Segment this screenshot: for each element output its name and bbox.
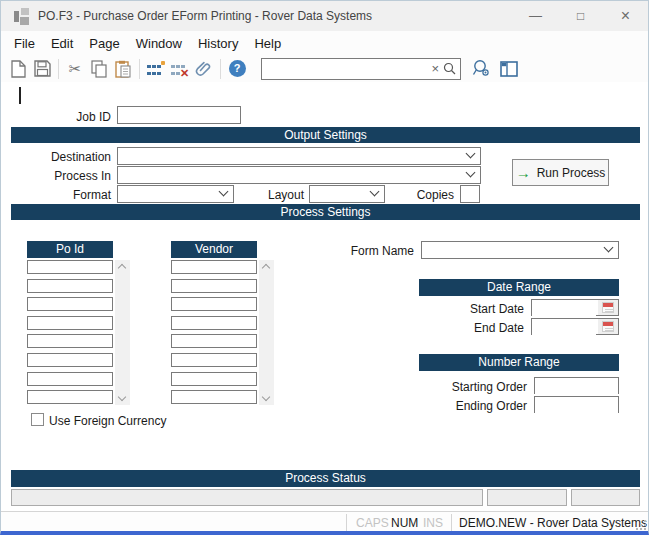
vendor-row-input[interactable] xyxy=(171,334,257,348)
scroll-down-icon[interactable] xyxy=(262,393,270,401)
start-date-field xyxy=(531,299,619,316)
vendor-row-input[interactable] xyxy=(171,353,257,367)
process-in-dropdown[interactable] xyxy=(117,166,481,184)
output-settings-header: Output Settings xyxy=(11,127,640,143)
copies-input[interactable] xyxy=(461,188,479,204)
minimize-button[interactable]: — xyxy=(513,1,558,31)
text-caret xyxy=(19,87,21,104)
copies-label: Copies xyxy=(417,188,454,202)
caps-lock-indicator: CAPS xyxy=(356,516,389,530)
format-dropdown[interactable] xyxy=(117,185,234,203)
window-title: PO.F3 - Purchase Order EForm Printing - … xyxy=(38,9,372,23)
vendor-row-input[interactable] xyxy=(171,390,257,404)
run-arrow-icon: → xyxy=(516,164,531,181)
save-icon[interactable] xyxy=(30,58,54,80)
format-label: Format xyxy=(73,188,111,202)
chevron-down-icon xyxy=(466,168,476,178)
vendor-row-input[interactable] xyxy=(171,279,257,293)
toolbar-separator xyxy=(139,59,140,79)
layout-table-icon[interactable] xyxy=(497,58,521,80)
process-status-field xyxy=(571,489,640,506)
paste-icon[interactable] xyxy=(111,58,135,80)
vendor-column-header: Vendor xyxy=(171,241,257,258)
starting-order-input[interactable] xyxy=(535,381,618,396)
vendor-row-input[interactable] xyxy=(171,297,257,311)
end-date-calendar-button[interactable] xyxy=(598,319,618,334)
toolbar-separator xyxy=(58,59,59,79)
menu-history[interactable]: History xyxy=(197,34,239,53)
help-icon[interactable]: ? xyxy=(225,58,249,80)
po-id-row-input[interactable] xyxy=(27,279,113,293)
menu-bar: File Edit Page Window History Help xyxy=(1,31,648,55)
cut-icon[interactable]: ✂ xyxy=(63,58,87,80)
po-id-row-input[interactable] xyxy=(27,316,113,330)
scroll-down-icon[interactable] xyxy=(118,393,126,401)
search-clear-icon[interactable]: × xyxy=(427,61,443,76)
toolbar-separator xyxy=(220,59,221,79)
po-id-list xyxy=(27,260,113,404)
status-bar: CAPS NUM INS DEMO.NEW - Rover Data Syste… xyxy=(1,511,648,532)
vendor-row-input[interactable] xyxy=(171,372,257,386)
po-id-row-input[interactable] xyxy=(27,353,113,367)
run-process-button[interactable]: → Run Process xyxy=(512,159,609,186)
menu-window[interactable]: Window xyxy=(135,34,183,53)
vendor-scrollbar[interactable] xyxy=(259,260,274,405)
toolbar-search: × xyxy=(261,58,461,80)
form-area: Job ID Output Settings Destination Proce… xyxy=(1,82,648,511)
search-input[interactable] xyxy=(262,60,427,78)
lookup-icon[interactable] xyxy=(469,58,493,80)
po-id-scrollbar[interactable] xyxy=(115,260,130,405)
po-id-row-input[interactable] xyxy=(27,334,113,348)
resize-grip[interactable] xyxy=(636,520,646,530)
insert-mode-indicator: INS xyxy=(423,516,443,530)
po-id-row-input[interactable] xyxy=(27,297,113,311)
copy-icon[interactable] xyxy=(87,58,111,80)
po-id-row-input[interactable] xyxy=(27,372,113,386)
process-in-label: Process In xyxy=(54,169,111,183)
date-range-header: Date Range xyxy=(419,279,619,296)
job-id-field xyxy=(117,106,241,124)
start-date-label: Start Date xyxy=(470,302,524,316)
copies-field xyxy=(460,185,480,203)
start-date-input[interactable] xyxy=(532,303,596,318)
layout-label: Layout xyxy=(268,188,304,202)
form-name-label: Form Name xyxy=(351,244,414,258)
po-id-row-input[interactable] xyxy=(27,390,113,404)
num-lock-indicator: NUM xyxy=(391,516,418,530)
po-id-row-input[interactable] xyxy=(27,260,113,274)
session-label: DEMO.NEW - Rover Data Systems xyxy=(459,516,647,530)
form-name-dropdown[interactable] xyxy=(421,241,619,259)
destination-dropdown[interactable] xyxy=(117,147,481,165)
insert-rows-icon[interactable] xyxy=(144,58,168,80)
calendar-icon xyxy=(602,302,614,313)
ending-order-input[interactable] xyxy=(535,400,618,415)
end-date-field xyxy=(531,318,619,335)
job-id-input[interactable] xyxy=(118,109,240,125)
end-date-label: End Date xyxy=(474,321,524,335)
menu-page[interactable]: Page xyxy=(88,34,120,53)
maximize-button[interactable]: □ xyxy=(558,1,603,31)
statusbar-separator xyxy=(346,514,347,531)
statusbar-separator xyxy=(451,514,452,531)
end-date-input[interactable] xyxy=(532,322,596,337)
process-status-field xyxy=(11,489,483,506)
vendor-row-input[interactable] xyxy=(171,316,257,330)
menu-file[interactable]: File xyxy=(13,34,36,53)
start-date-calendar-button[interactable] xyxy=(598,300,618,315)
scroll-up-icon[interactable] xyxy=(262,264,270,272)
number-range-header: Number Range xyxy=(419,354,619,371)
menu-edit[interactable]: Edit xyxy=(50,34,74,53)
menu-help[interactable]: Help xyxy=(253,34,282,53)
attachment-icon[interactable] xyxy=(192,58,216,80)
vendor-row-input[interactable] xyxy=(171,260,257,274)
scroll-up-icon[interactable] xyxy=(118,264,126,272)
search-magnifier-icon[interactable] xyxy=(443,62,460,75)
chevron-down-icon xyxy=(370,187,380,197)
new-document-icon[interactable] xyxy=(6,58,30,80)
chevron-down-icon xyxy=(604,243,614,253)
process-status-header: Process Status xyxy=(11,470,640,487)
foreign-currency-checkbox[interactable] xyxy=(31,413,44,426)
delete-rows-icon[interactable]: ✕ xyxy=(168,58,192,80)
layout-dropdown[interactable] xyxy=(309,185,385,203)
close-button[interactable]: × xyxy=(603,1,648,31)
